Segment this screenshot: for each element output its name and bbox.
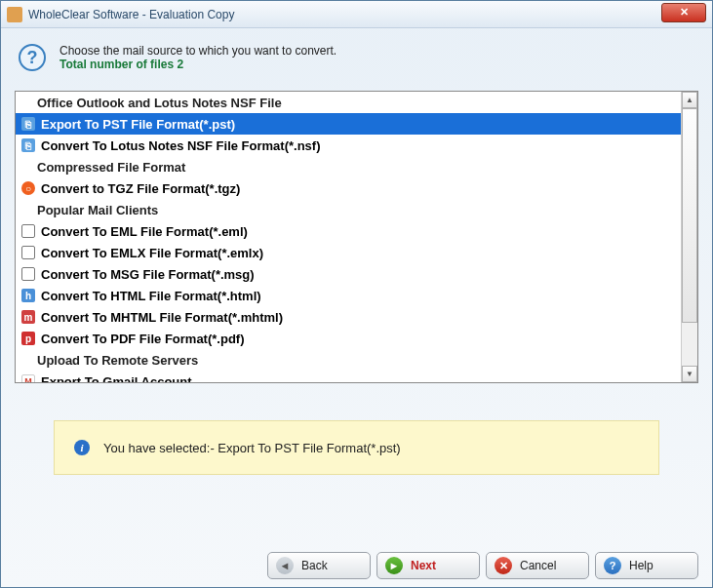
html-icon: h: [21, 289, 35, 302]
info-icon: i: [74, 440, 90, 455]
back-arrow-icon: ◄: [276, 557, 294, 574]
window-title: WholeClear Software - Evaluation Copy: [28, 8, 661, 21]
item-gmail[interactable]: MExport To Gmail Account: [16, 371, 681, 382]
gmail-icon: M: [21, 374, 35, 382]
help-small-icon: ?: [604, 557, 621, 574]
app-icon: [7, 7, 22, 22]
eml-icon: [21, 224, 35, 238]
next-arrow-icon: ►: [385, 557, 403, 574]
status-text: You have selected:- Export To PST File F…: [103, 441, 401, 455]
item-mhtml[interactable]: mConvert To MHTML File Format(*.mhtml): [16, 306, 681, 328]
nsf-icon: ⎘: [21, 138, 35, 152]
tgz-icon: ○: [21, 181, 35, 195]
item-html[interactable]: hConvert To HTML File Format(*.html): [16, 285, 681, 306]
pst-icon: ⎘: [21, 117, 35, 131]
header-text: Choose the mail source to which you want…: [59, 44, 337, 71]
header-prompt: Choose the mail source to which you want…: [59, 44, 337, 58]
file-count-label: Total number of files 2: [59, 58, 337, 71]
scrollbar[interactable]: ▲ ▼: [681, 92, 697, 382]
group-header-popular: Popular Mail Clients: [16, 199, 681, 220]
button-bar: ◄Back ►Next ✕Cancel ?Help: [267, 552, 698, 579]
scroll-up-button[interactable]: ▲: [682, 92, 697, 108]
format-list: Office Outlook and Lotus Notes NSF File …: [15, 91, 698, 383]
scroll-thumb[interactable]: [682, 108, 697, 323]
item-pst[interactable]: ⎘Export To PST File Format(*.pst): [16, 113, 681, 135]
next-button[interactable]: ►Next: [376, 552, 480, 579]
help-icon: ?: [19, 44, 46, 71]
scroll-track[interactable]: [682, 108, 697, 366]
header: ? Choose the mail source to which you wa…: [15, 38, 698, 81]
msg-icon: [21, 267, 35, 281]
group-header-compressed: Compressed File Format: [16, 156, 681, 177]
titlebar[interactable]: WholeClear Software - Evaluation Copy ✕: [1, 1, 712, 28]
group-header-office: Office Outlook and Lotus Notes NSF File: [16, 92, 681, 113]
format-list-inner: Office Outlook and Lotus Notes NSF File …: [16, 92, 681, 382]
emlx-icon: [21, 246, 35, 259]
item-eml[interactable]: Convert To EML File Format(*.eml): [16, 220, 681, 242]
item-pdf[interactable]: pConvert To PDF File Format(*.pdf): [16, 328, 681, 349]
content-area: ? Choose the mail source to which you wa…: [1, 28, 712, 587]
app-window: WholeClear Software - Evaluation Copy ✕ …: [0, 0, 713, 588]
cancel-icon: ✕: [495, 557, 512, 574]
scroll-down-button[interactable]: ▼: [682, 366, 697, 382]
group-header-upload: Upload To Remote Servers: [16, 349, 681, 371]
close-button[interactable]: ✕: [661, 3, 706, 22]
mhtml-icon: m: [21, 310, 35, 324]
back-button[interactable]: ◄Back: [267, 552, 371, 579]
item-tgz[interactable]: ○Convert to TGZ File Format(*.tgz): [16, 177, 681, 199]
pdf-icon: p: [21, 332, 35, 345]
item-nsf[interactable]: ⎘Convert To Lotus Notes NSF File Format(…: [16, 135, 681, 156]
item-msg[interactable]: Convert To MSG File Format(*.msg): [16, 263, 681, 285]
item-emlx[interactable]: Convert To EMLX File Format(*.emlx): [16, 242, 681, 263]
status-box: i You have selected:- Export To PST File…: [54, 420, 659, 475]
help-button[interactable]: ?Help: [595, 552, 698, 579]
cancel-button[interactable]: ✕Cancel: [486, 552, 589, 579]
